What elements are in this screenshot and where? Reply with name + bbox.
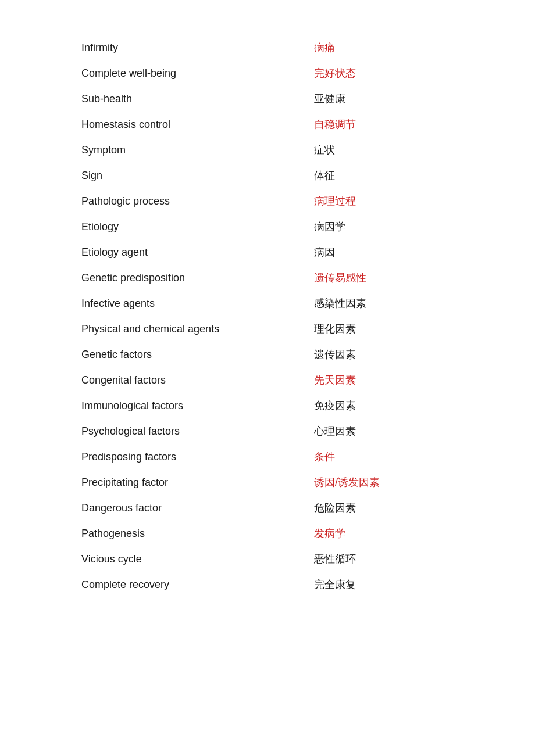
table-row: Infective agents感染性因素 bbox=[81, 291, 454, 316]
vocabulary-list: Infirmity病痛Complete well-being完好状态Sub-he… bbox=[0, 35, 535, 597]
chinese-translation: 症状 bbox=[314, 143, 454, 157]
chinese-translation: 病因学 bbox=[314, 220, 454, 234]
table-row: Pathogenesis发病学 bbox=[81, 521, 454, 546]
chinese-translation: 病痛 bbox=[314, 41, 454, 55]
table-row: Etiology病因学 bbox=[81, 214, 454, 239]
table-row: Genetic factors遗传因素 bbox=[81, 342, 454, 367]
english-term: Physical and chemical agents bbox=[81, 323, 314, 335]
table-row: Genetic predisposition遗传易感性 bbox=[81, 265, 454, 291]
english-term: Infirmity bbox=[81, 42, 314, 54]
chinese-translation: 免疫因素 bbox=[314, 399, 454, 413]
table-row: Symptom症状 bbox=[81, 137, 454, 163]
chinese-translation: 完好状态 bbox=[314, 66, 454, 80]
english-term: Sub-health bbox=[81, 93, 314, 105]
english-term: Infective agents bbox=[81, 298, 314, 310]
table-row: Vicious cycle恶性循环 bbox=[81, 546, 454, 572]
table-row: Etiology agent病因 bbox=[81, 239, 454, 265]
english-term: Sign bbox=[81, 170, 314, 182]
table-row: Precipitating factor诱因/诱发因素 bbox=[81, 470, 454, 495]
chinese-translation: 体征 bbox=[314, 169, 454, 182]
table-row: Sub-health亚健康 bbox=[81, 86, 454, 112]
table-row: Complete recovery完全康复 bbox=[81, 572, 454, 597]
english-term: Etiology bbox=[81, 221, 314, 233]
table-row: Immunological factors免疫因素 bbox=[81, 393, 454, 418]
table-row: Physical and chemical agents理化因素 bbox=[81, 316, 454, 342]
english-term: Dangerous factor bbox=[81, 502, 314, 514]
english-term: Complete recovery bbox=[81, 579, 314, 591]
chinese-translation: 遗传易感性 bbox=[314, 271, 454, 285]
english-term: Homestasis control bbox=[81, 119, 314, 131]
chinese-translation: 病因 bbox=[314, 245, 454, 259]
chinese-translation: 心理因素 bbox=[314, 424, 454, 438]
english-term: Complete well-being bbox=[81, 67, 314, 80]
english-term: Genetic predisposition bbox=[81, 272, 314, 284]
table-row: Infirmity病痛 bbox=[81, 35, 454, 60]
english-term: Vicious cycle bbox=[81, 553, 314, 565]
table-row: Complete well-being完好状态 bbox=[81, 60, 454, 86]
chinese-translation: 亚健康 bbox=[314, 92, 454, 106]
table-row: Homestasis control自稳调节 bbox=[81, 112, 454, 137]
chinese-translation: 恶性循环 bbox=[314, 552, 454, 566]
chinese-translation: 发病学 bbox=[314, 526, 454, 540]
table-row: Congenital factors先天因素 bbox=[81, 367, 454, 393]
english-term: Pathogenesis bbox=[81, 528, 314, 540]
chinese-translation: 完全康复 bbox=[314, 578, 454, 592]
english-term: Etiology agent bbox=[81, 246, 314, 259]
english-term: Predisposing factors bbox=[81, 451, 314, 463]
english-term: Psychological factors bbox=[81, 425, 314, 438]
table-row: Pathologic process病理过程 bbox=[81, 188, 454, 214]
chinese-translation: 条件 bbox=[314, 450, 454, 464]
english-term: Genetic factors bbox=[81, 349, 314, 361]
chinese-translation: 感染性因素 bbox=[314, 296, 454, 310]
chinese-translation: 遗传因素 bbox=[314, 347, 454, 361]
table-row: Dangerous factor危险因素 bbox=[81, 495, 454, 521]
english-term: Symptom bbox=[81, 144, 314, 156]
chinese-translation: 理化因素 bbox=[314, 322, 454, 336]
english-term: Precipitating factor bbox=[81, 476, 314, 489]
chinese-translation: 诱因/诱发因素 bbox=[314, 475, 454, 489]
chinese-translation: 病理过程 bbox=[314, 194, 454, 208]
english-term: Immunological factors bbox=[81, 400, 314, 412]
table-row: Psychological factors心理因素 bbox=[81, 418, 454, 444]
table-row: Predisposing factors条件 bbox=[81, 444, 454, 470]
english-term: Pathologic process bbox=[81, 195, 314, 207]
chinese-translation: 危险因素 bbox=[314, 501, 454, 515]
english-term: Congenital factors bbox=[81, 374, 314, 386]
chinese-translation: 自稳调节 bbox=[314, 117, 454, 131]
table-row: Sign体征 bbox=[81, 163, 454, 188]
chinese-translation: 先天因素 bbox=[314, 373, 454, 387]
